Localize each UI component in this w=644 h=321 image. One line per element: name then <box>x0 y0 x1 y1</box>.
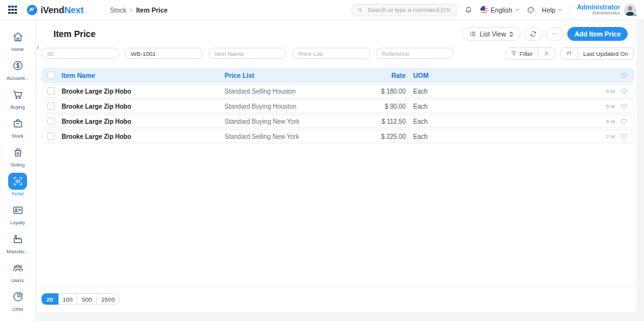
table-row[interactable]: Brooke Large Zip Hobo Standard Selling H… <box>42 84 635 98</box>
table-row[interactable]: Brooke Large Zip Hobo Standard Buying Ho… <box>42 99 635 113</box>
breadcrumb-item-price[interactable]: Item Price <box>136 6 167 14</box>
page-size-500[interactable]: 500 <box>77 293 97 305</box>
sidebar-item-manufac[interactable]: Manufac... <box>6 231 28 254</box>
manufacturing-icon <box>8 231 27 248</box>
cell-price-list: Standard Selling Houston <box>225 88 343 95</box>
bell-icon[interactable] <box>464 6 473 14</box>
sidebar-item-users[interactable]: Users <box>8 259 27 283</box>
sidebar-item-accounti[interactable]: Accounti... <box>6 57 28 81</box>
view-switcher-button[interactable]: List View <box>462 27 521 41</box>
global-search[interactable] <box>352 4 457 16</box>
column-price-list[interactable]: Price List <box>225 72 343 79</box>
cell-rate: $ 225.00 <box>343 133 406 140</box>
selling-bag-icon <box>8 144 27 161</box>
breadcrumb-separator: › <box>130 6 132 13</box>
column-rate[interactable]: Rate <box>343 72 406 79</box>
heart-icon[interactable] <box>620 117 628 125</box>
sidebar-item-loyalty[interactable]: Loyalty <box>8 202 27 226</box>
cell-item-name: Brooke Large Zip Hobo <box>62 118 225 125</box>
heart-icon[interactable] <box>620 102 628 110</box>
filter-item-code-input[interactable] <box>125 48 203 59</box>
refresh-button[interactable] <box>525 27 542 41</box>
row-checkbox[interactable] <box>47 133 55 140</box>
filter-reference-input[interactable] <box>376 48 453 59</box>
us-flag-icon <box>480 6 488 14</box>
row-last-updated: 2 M <box>606 134 615 139</box>
table-row[interactable]: Brooke Large Zip Hobo Standard Buying Ne… <box>42 114 635 128</box>
breadcrumb: Stock › Item Price <box>110 6 168 14</box>
retail-barcode-icon <box>8 173 27 190</box>
brand-logo[interactable]: iVendNext <box>26 4 84 16</box>
page-size-100[interactable]: 100 <box>58 293 78 305</box>
filter-button[interactable]: Filter <box>505 47 538 60</box>
stock-box-icon <box>8 115 27 132</box>
list-view-icon <box>469 30 477 38</box>
buying-cart-icon <box>8 86 27 103</box>
page-size-20[interactable]: 20 <box>42 293 58 305</box>
list-view-card: Item Price List View Add Item Price <box>36 20 636 312</box>
online-status-dot <box>633 13 637 17</box>
cell-item-name: Brooke Large Zip Hobo <box>62 133 225 140</box>
app-grid-icon[interactable] <box>8 6 17 14</box>
search-icon <box>357 7 363 13</box>
filter-item-name-input[interactable] <box>209 48 286 59</box>
column-item-name[interactable]: Item Name <box>62 72 225 79</box>
breadcrumb-stock[interactable]: Stock <box>110 6 126 14</box>
heart-icon[interactable] <box>620 72 628 79</box>
table-row[interactable]: Brooke Large Zip Hobo Standard Selling N… <box>42 129 635 143</box>
sidebar-item-crm[interactable]: CRM <box>8 288 27 312</box>
brand-name: iVendNext <box>41 5 84 15</box>
page-title: Item Price <box>53 29 96 39</box>
cell-rate: $ 90.00 <box>343 103 406 110</box>
column-uom[interactable]: UOM <box>413 72 451 79</box>
user-menu[interactable]: Administrator Administrator <box>577 3 636 16</box>
add-item-price-button[interactable]: Add Item Price <box>567 27 628 41</box>
users-icon <box>8 259 27 276</box>
row-checkbox[interactable] <box>47 117 55 125</box>
clear-filters-button[interactable] <box>538 47 555 60</box>
sort-field-button[interactable]: Last Updated On <box>578 47 634 60</box>
cell-item-name: Brooke Large Zip Hobo <box>62 103 225 110</box>
more-actions-button[interactable] <box>546 27 564 41</box>
language-selector[interactable]: English <box>480 6 519 14</box>
sort-direction-button[interactable] <box>560 47 578 60</box>
search-input[interactable] <box>366 6 452 14</box>
row-checkbox[interactable] <box>47 102 55 110</box>
cell-price-list: Standard Buying New York <box>225 118 343 125</box>
heart-icon[interactable] <box>620 87 628 95</box>
language-label: English <box>491 6 512 14</box>
table-header-row: Item Name Price List Rate UOM <box>42 68 635 83</box>
palette-icon[interactable] <box>526 6 535 14</box>
row-last-updated: 5 M <box>606 104 615 109</box>
cell-uom: Each <box>413 88 451 95</box>
main-area: › Item Price List View Add Item Price <box>36 20 644 321</box>
sidebar-item-stock[interactable]: Stock <box>8 115 27 139</box>
filter-id-input[interactable] <box>42 48 119 59</box>
cell-uom: Each <box>413 103 451 110</box>
cell-rate: $ 180.00 <box>343 88 406 95</box>
sidebar-expand-icon[interactable]: › <box>36 43 39 51</box>
navbar-divider <box>569 4 570 16</box>
crm-pie-icon <box>8 288 27 305</box>
cell-rate: $ 112.50 <box>343 118 406 125</box>
refresh-icon <box>530 30 537 38</box>
filter-price-list-input[interactable] <box>292 48 370 59</box>
row-checkbox[interactable] <box>47 87 55 95</box>
sidebar-item-selling[interactable]: Selling <box>8 144 27 168</box>
page-size-2500[interactable]: 2500 <box>97 293 119 305</box>
updown-icon <box>509 31 514 38</box>
sidebar-item-buying[interactable]: Buying <box>8 86 27 110</box>
sidebar-item-retail[interactable]: Retail <box>8 173 27 197</box>
cell-uom: Each <box>413 133 451 140</box>
home-icon <box>8 28 27 45</box>
x-icon <box>543 50 550 57</box>
heart-icon[interactable] <box>620 133 628 140</box>
chevron-down-icon <box>515 8 519 11</box>
module-sidebar: Home Accounti... Buying Stock Selling Re… <box>0 20 36 321</box>
chevron-down-icon <box>558 8 562 11</box>
select-all-checkbox[interactable] <box>47 72 55 79</box>
sidebar-item-home[interactable]: Home <box>8 28 27 52</box>
row-last-updated: 5 M <box>606 119 615 124</box>
help-menu[interactable]: Help <box>542 6 563 14</box>
sort-icon <box>566 50 572 57</box>
